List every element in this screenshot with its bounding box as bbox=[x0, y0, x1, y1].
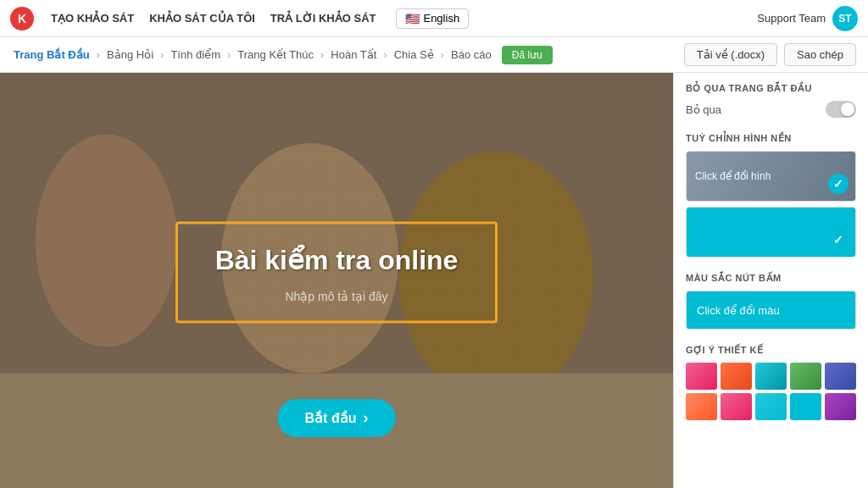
skip-toggle-switch[interactable] bbox=[826, 101, 856, 118]
bc-arrow-6: › bbox=[436, 48, 449, 61]
design-thumb-8[interactable] bbox=[755, 393, 787, 420]
color-section: MÀU SẮC NÚT BẤM Click để đổi màu bbox=[686, 273, 856, 330]
design-thumb-1[interactable] bbox=[686, 363, 717, 390]
design-thumb-7[interactable] bbox=[721, 393, 752, 420]
bg-teal-preview bbox=[687, 208, 855, 257]
lang-label: English bbox=[423, 12, 459, 25]
skip-section-title: BỎ QUA TRANG BẮT ĐẦU bbox=[686, 83, 856, 94]
design-thumb-3[interactable] bbox=[755, 363, 787, 390]
copy-button[interactable]: Sao chép bbox=[784, 43, 856, 66]
top-navigation: K TẠO KHẢO SÁT KHẢO SÁT CỦA TÔI TRẢ LỜI … bbox=[0, 0, 868, 37]
design-thumb-10[interactable] bbox=[825, 393, 856, 420]
bc-arrow-2: › bbox=[155, 48, 169, 61]
color-btn-label: Click để đổi màu bbox=[697, 304, 780, 317]
support-area: Support Team ST bbox=[757, 6, 858, 31]
breadcrumb-start[interactable]: Trang Bắt Đầu bbox=[12, 48, 92, 61]
design-thumb-5[interactable] bbox=[825, 363, 856, 390]
bg-photo-preview: Click để đổi hình bbox=[687, 152, 855, 201]
survey-title[interactable]: Bài kiểm tra online bbox=[203, 244, 470, 276]
right-panel: BỎ QUA TRANG BẮT ĐẦU Bỏ qua TUỲ CHỈNH HÌ… bbox=[673, 73, 868, 488]
support-label: Support Team bbox=[757, 12, 826, 25]
bg-option-teal[interactable] bbox=[686, 207, 856, 258]
content-box: Bài kiểm tra online Nhập mô tả tại đây bbox=[175, 221, 498, 323]
bc-arrow-5: › bbox=[378, 48, 392, 61]
bc-arrow-4: › bbox=[315, 48, 329, 61]
breadcrumb-questions[interactable]: Bảng Hỏi bbox=[105, 48, 155, 61]
nav-answer-survey[interactable]: TRẢ LỜI KHẢO SÁT bbox=[270, 12, 376, 25]
skip-section: BỎ QUA TRANG BẮT ĐẦU Bỏ qua bbox=[686, 83, 856, 118]
download-button[interactable]: Tải về (.docx) bbox=[684, 43, 777, 66]
design-thumb-4[interactable] bbox=[790, 363, 821, 390]
design-thumb-9[interactable] bbox=[790, 393, 821, 420]
main-area: Bài kiểm tra online Nhập mô tả tại đây B… bbox=[0, 73, 868, 488]
canvas-area: Bài kiểm tra online Nhập mô tả tại đây B… bbox=[0, 73, 673, 488]
nav-create-survey[interactable]: TẠO KHẢO SÁT bbox=[51, 12, 134, 25]
bg-section-title: TUỲ CHỈNH HÌNH NỀN bbox=[686, 133, 856, 144]
start-button[interactable]: Bắt đầu › bbox=[278, 399, 396, 437]
skip-toggle-row: Bỏ qua bbox=[686, 101, 856, 118]
nav-my-surveys[interactable]: KHẢO SÁT CỦA TÔI bbox=[149, 12, 255, 25]
design-thumb-6[interactable] bbox=[686, 393, 717, 420]
breadcrumb-report[interactable]: Báo cáo bbox=[449, 48, 493, 61]
bg-options: Click để đổi hình bbox=[686, 151, 856, 258]
design-section-title: GỢI Ý THIẾT KẾ bbox=[686, 345, 856, 356]
breadcrumb-share[interactable]: Chia Sẻ bbox=[392, 48, 436, 61]
design-thumb-2[interactable] bbox=[721, 363, 752, 390]
color-section-title: MÀU SẮC NÚT BẤM bbox=[686, 273, 856, 284]
breadcrumb-complete[interactable]: Hoàn Tất bbox=[329, 48, 378, 61]
bc-arrow-1: › bbox=[92, 48, 105, 61]
language-button[interactable]: 🇺🇸 English bbox=[396, 8, 469, 29]
avatar[interactable]: ST bbox=[832, 6, 858, 31]
design-grid bbox=[686, 363, 856, 420]
breadcrumb-end-page[interactable]: Trang Kết Thúc bbox=[236, 48, 315, 61]
bg-photo-label: Click để đổi hình bbox=[695, 170, 771, 182]
design-section: GỢI Ý THIẾT KẾ bbox=[686, 345, 856, 420]
bc-arrow-3: › bbox=[222, 48, 236, 61]
skip-toggle-label: Bỏ qua bbox=[686, 103, 721, 116]
saved-button[interactable]: Đã lưu bbox=[502, 46, 553, 64]
bg-option-photo[interactable]: Click để đổi hình bbox=[686, 151, 856, 202]
color-change-button[interactable]: Click để đổi màu bbox=[686, 291, 856, 330]
bg-section: TUỲ CHỈNH HÌNH NỀN Click để đổi hình bbox=[686, 133, 856, 258]
survey-description[interactable]: Nhập mô tả tại đây bbox=[203, 290, 470, 303]
logo-icon[interactable]: K bbox=[10, 7, 34, 30]
logo-area: K bbox=[10, 7, 34, 30]
start-btn-label: Bắt đầu bbox=[305, 410, 357, 426]
breadcrumb-score[interactable]: Tính điểm bbox=[169, 48, 222, 61]
flag-icon: 🇺🇸 bbox=[405, 12, 420, 25]
nav-links: TẠO KHẢO SÁT KHẢO SÁT CỦA TÔI TRẢ LỜI KH… bbox=[51, 12, 376, 25]
start-btn-arrow-icon: › bbox=[363, 409, 368, 427]
breadcrumb-bar: Trang Bắt Đầu › Bảng Hỏi › Tính điểm › T… bbox=[0, 37, 868, 73]
